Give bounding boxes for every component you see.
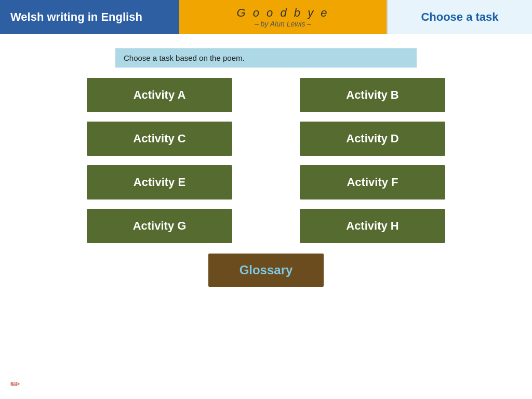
activity-grid: Activity A Activity B Activity C Activit… [87,78,445,243]
activity-g-button[interactable]: Activity G [87,209,232,243]
activity-e-button[interactable]: Activity E [87,165,232,200]
choose-task-text: Choose a task [421,10,498,24]
main-content: Choose a task based on the poem. Activit… [0,39,532,287]
poem-title-area: G o o d b y e – by Alun Lewis – [179,6,387,28]
edit-icon-symbol: ✏ [10,378,20,391]
edit-icon[interactable]: ✏ [10,378,20,391]
header: Welsh writing in English G o o d b y e –… [0,0,532,34]
activity-f-button[interactable]: Activity F [300,165,445,200]
poem-author: – by Alun Lewis – [179,20,387,28]
activity-d-button[interactable]: Activity D [300,122,445,156]
site-title-text: Welsh writing in English [10,10,142,24]
activity-h-button[interactable]: Activity H [300,209,445,243]
poem-title: G o o d b y e [179,6,387,20]
choose-task-label: Choose a task [387,0,532,34]
activity-a-button[interactable]: Activity A [87,78,232,112]
glossary-button[interactable]: Glossary [208,254,324,287]
activity-c-button[interactable]: Activity C [87,122,232,156]
site-title: Welsh writing in English [0,0,179,34]
activity-b-button[interactable]: Activity B [300,78,445,112]
instruction-bar: Choose a task based on the poem. [115,48,417,68]
instruction-text: Choose a task based on the poem. [124,54,245,62]
